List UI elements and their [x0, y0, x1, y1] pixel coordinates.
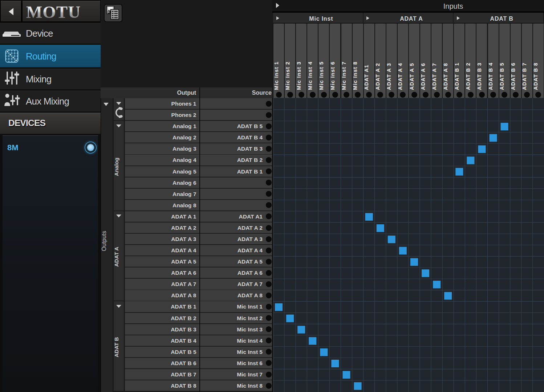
svg-text:MOTU: MOTU [26, 3, 81, 21]
